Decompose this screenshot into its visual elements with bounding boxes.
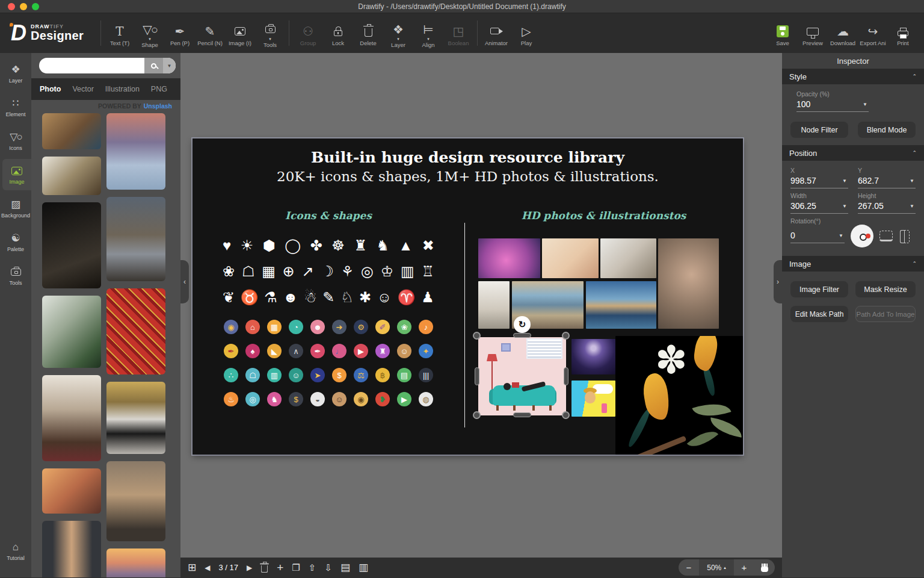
blend-mode-button[interactable]: Blend Mode — [858, 122, 916, 138]
map-viewer-icon[interactable]: ◎ — [245, 392, 260, 406]
play-button[interactable]: ▷ Play — [511, 13, 541, 53]
photo-green-interior[interactable] — [42, 296, 101, 368]
calculator-icon[interactable]: ▦ — [267, 320, 282, 334]
flowers-icon[interactable]: ❀ — [223, 264, 235, 279]
selection-handle-bottom-left[interactable] — [473, 411, 481, 419]
duplicate-page-button[interactable]: ❐ — [292, 563, 300, 572]
rail-item-layer[interactable]: ❖ Layer — [0, 58, 31, 89]
rail-item-image[interactable]: Image — [2, 159, 31, 190]
lock-icon[interactable]: ☖ — [242, 264, 255, 279]
mosaic-woman-sofa[interactable] — [600, 238, 656, 278]
capitol-icon[interactable]: ♔ — [381, 264, 394, 279]
selection-handle-bottom-right[interactable] — [562, 411, 570, 419]
export-ani-button[interactable]: ↪ Export Ani — [858, 13, 888, 53]
previous-page-button[interactable]: ◀ — [205, 564, 210, 571]
mosaic-woman-portrait[interactable] — [658, 238, 719, 329]
ring-icon[interactable]: ◯ — [285, 238, 301, 253]
rail-item-tools[interactable]: Tools — [0, 260, 31, 291]
house-icon[interactable]: ⌂ — [245, 320, 260, 334]
move-page-down-button[interactable]: ⇩ — [324, 563, 332, 572]
delete-button[interactable]: Delete — [353, 13, 383, 53]
bull-icon[interactable]: ♉ — [241, 290, 259, 305]
leopard-icon[interactable]: ◉ — [354, 392, 368, 406]
layer-button[interactable]: ❖ ▾ Layer — [383, 13, 413, 53]
tower-icon[interactable]: ♖ — [421, 264, 434, 279]
quatrefoil-icon[interactable]: ✤ — [310, 238, 322, 253]
zoom-out-button[interactable]: − — [679, 559, 699, 576]
mask-icon[interactable]: ☻ — [283, 290, 298, 305]
tab-illustration[interactable]: Illustration — [105, 85, 140, 93]
mosaic-pop-art-illustration[interactable] — [571, 381, 615, 417]
tab-png[interactable]: PNG — [151, 85, 167, 93]
node-filter-button[interactable]: Node Filter — [790, 122, 848, 138]
image-filter-button[interactable]: Image Filter — [790, 281, 848, 297]
save-button[interactable]: Save — [768, 13, 798, 53]
photo-black-car-garage[interactable] — [106, 382, 165, 454]
bitcoin-icon[interactable]: ฿ — [375, 368, 390, 382]
pencil-tool-button[interactable]: ✎ Pencil (N) — [195, 13, 225, 53]
people-group-icon[interactable]: ☺ — [289, 368, 303, 382]
mosaic-mountain-lake[interactable] — [586, 281, 656, 329]
boy-icon[interactable]: ☺ — [332, 392, 346, 406]
opera-house-icon[interactable]: ☖ — [245, 368, 260, 382]
next-page-button[interactable]: ▶ — [247, 564, 252, 571]
reader-view-button[interactable]: ▤ — [340, 562, 350, 573]
y-field[interactable]: 682.7▼ — [858, 174, 916, 188]
photo-woman-coat[interactable] — [42, 521, 101, 577]
search-dollar-icon[interactable]: $ — [289, 392, 303, 406]
selection-rotate-handle[interactable]: ↻ — [514, 316, 531, 333]
avatar-woman-icon[interactable]: ☻ — [310, 320, 325, 334]
bananas-icon[interactable]: ☽ — [321, 264, 334, 279]
rotation-field[interactable]: 0▼ — [790, 229, 845, 243]
sunburst-icon[interactable]: ☀ — [241, 238, 254, 253]
sports-balls-icon[interactable]: ◍ — [419, 392, 433, 406]
lock-button[interactable]: Lock — [323, 13, 353, 53]
reader-icon[interactable]: ✎ — [322, 290, 334, 305]
horse-icon[interactable]: ♘ — [340, 290, 354, 305]
pen-tool-icon[interactable]: ✒ — [310, 344, 325, 358]
scales-icon[interactable]: ⚖ — [354, 368, 368, 382]
phone-arrow-icon[interactable]: ➔ — [332, 320, 346, 334]
cash-register-icon[interactable]: ▤ — [397, 368, 411, 382]
windmill-icon[interactable]: ✖ — [422, 238, 434, 253]
collapse-left-panel-tab[interactable]: ‹ — [180, 260, 189, 303]
rail-item-icons[interactable]: ▽○ Icons — [0, 125, 31, 157]
tools-button[interactable]: ▾ Tools — [255, 13, 285, 53]
search-button[interactable] — [144, 58, 163, 73]
ruler-icon[interactable]: ◣ — [267, 344, 282, 358]
deer-icon[interactable]: ♈ — [398, 290, 416, 305]
stadium-icon[interactable]: ◎ — [361, 264, 374, 279]
rail-item-element[interactable]: ∷ Element — [0, 92, 31, 123]
photo-red-plaid[interactable] — [106, 288, 165, 374]
bell-pepper-icon[interactable]: ⚘ — [341, 264, 354, 279]
download-button[interactable]: ☁ Download — [828, 13, 858, 53]
brush-cup-icon[interactable]: ✒ — [224, 344, 238, 358]
pages-overview-button[interactable]: ⊞ — [188, 562, 196, 573]
drafting-compass-icon[interactable]: ∧ — [289, 344, 303, 358]
search-input[interactable] — [39, 58, 144, 73]
lock-icon[interactable]: ◉ — [224, 320, 238, 334]
magician-hat-icon[interactable]: ♠ — [245, 344, 260, 358]
list-view-button[interactable]: ▥ — [359, 562, 368, 573]
delete-page-button[interactable] — [260, 562, 268, 573]
palette-icon[interactable]: ⚗ — [264, 290, 277, 305]
mosaic-fairy-night-illustration[interactable] — [571, 339, 615, 374]
guitar-icon[interactable]: ♩ — [332, 344, 346, 358]
height-field[interactable]: 267.05▼ — [858, 199, 916, 214]
search-filter-dropdown[interactable]: ▼ — [163, 58, 176, 73]
photo-snowy-mountain-dusk[interactable] — [106, 113, 165, 190]
rail-item-background[interactable]: ▨ Background — [0, 193, 31, 224]
workspace-icon[interactable]: ☺ — [397, 344, 411, 358]
bank-building-icon[interactable]: ▥ — [267, 368, 282, 382]
position-section-header[interactable]: Position ⌃ — [782, 145, 924, 161]
hexagon-icon[interactable]: ⬢ — [263, 238, 276, 253]
bee-icon[interactable]: ✱ — [359, 290, 371, 305]
photo-arched-building-man[interactable] — [106, 461, 165, 541]
selection-handle-right[interactable] — [564, 367, 568, 385]
zoom-in-button[interactable]: + — [734, 559, 754, 576]
boolean-button[interactable]: ◳ Boolean — [443, 13, 473, 53]
alarm-clock-icon[interactable]: ◔ — [289, 320, 303, 334]
edit-mask-path-button[interactable]: Edit Mask Path — [790, 306, 848, 322]
selection-handle-bottom[interactable] — [513, 412, 531, 417]
add-page-button[interactable]: + — [277, 562, 283, 573]
